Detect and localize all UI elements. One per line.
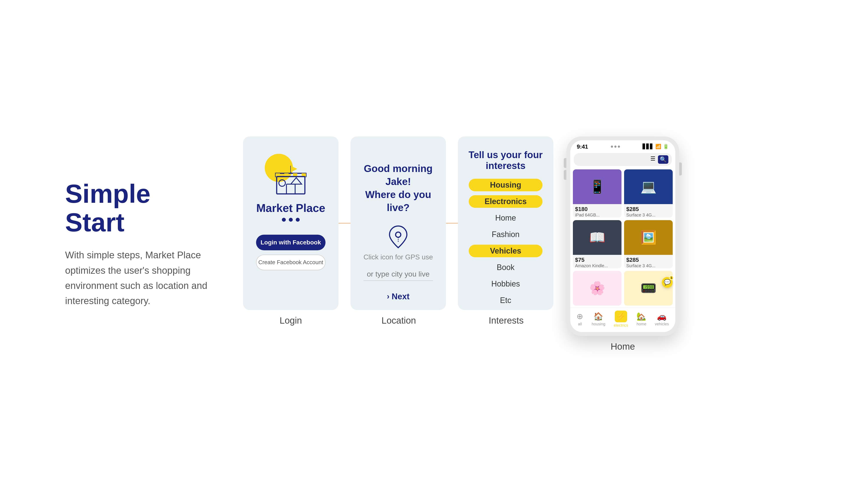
location-label: Location xyxy=(381,315,416,326)
main-title: Simple Start xyxy=(65,180,217,237)
svg-point-7 xyxy=(279,180,285,186)
status-icons: ▋▋▋ 📶 🔋 xyxy=(643,144,669,150)
arrow-1 xyxy=(339,136,351,310)
nav-home-label: home xyxy=(637,322,646,326)
gps-icon[interactable] xyxy=(388,225,409,249)
product-image-tablet2: 📟 xyxy=(624,271,673,305)
chat-bubble-button[interactable]: 💬 1 xyxy=(662,277,673,288)
nav-vehicles-label: vehicles xyxy=(655,322,669,326)
dot-2 xyxy=(289,218,293,222)
svg-rect-6 xyxy=(286,184,295,194)
status-bar: 9:41 ▋▋▋ 📶 🔋 xyxy=(570,140,675,152)
interests-list: HousingElectronicsHomeFashionVehiclesBoo… xyxy=(469,179,542,310)
products-grid: 📱 $180 iPad 64GB... 📍♡ xyxy=(570,168,675,307)
nav-housing-label: housing xyxy=(592,322,605,326)
chat-badge: 1 xyxy=(669,276,674,280)
login-panel: Market Place Login with Facebook Create … xyxy=(243,136,339,326)
electrics-icon: ⚡ xyxy=(615,311,627,322)
interest-item-vehicles[interactable]: Vehicles xyxy=(469,245,542,257)
notch-dots xyxy=(611,145,620,148)
interests-panel: Tell us your four interests HousingElect… xyxy=(459,136,553,326)
interest-item-hobbies[interactable]: Hobbies xyxy=(469,278,542,290)
product-card-surface[interactable]: 💻 $285 Surface 3 4G... ♥ xyxy=(624,169,673,218)
left-section: Simple Start With simple steps, Market P… xyxy=(65,180,217,308)
product-card-kindle[interactable]: 📖 $75 Amazon Kindle... 📍 ♡ xyxy=(573,220,621,268)
interest-item-etc[interactable]: Etc xyxy=(469,294,542,307)
city-input[interactable] xyxy=(364,268,433,281)
all-icon: ⊕ xyxy=(577,312,583,321)
arrow-2 xyxy=(446,136,459,310)
power-button[interactable] xyxy=(679,162,682,175)
nav-home[interactable]: 🏡 home xyxy=(637,312,646,326)
interests-label: Interests xyxy=(489,315,524,326)
interests-title: Tell us your four interests xyxy=(467,150,545,171)
nav-electrics-label: electrics xyxy=(614,323,628,328)
main-description: With simple steps, Market Place optimize… xyxy=(65,248,217,308)
product-image-surface: 💻 xyxy=(624,169,673,204)
product-info-surface: $285 Surface 3 4G... ♥ xyxy=(624,204,673,218)
login-screen: Market Place Login with Facebook Create … xyxy=(243,136,339,310)
product-card-ipad[interactable]: 📱 $180 iPad 64GB... 📍♡ xyxy=(573,169,621,218)
pagination-dots xyxy=(282,218,300,222)
housing-icon: 🏠 xyxy=(593,312,603,321)
phone-device: 9:41 ▋▋▋ 📶 🔋 xyxy=(566,136,679,336)
location-title: Good morning Jake! Where do you live? xyxy=(359,150,437,214)
gps-hint: Click icon for GPS use xyxy=(364,253,433,261)
interest-item-home[interactable]: Home xyxy=(469,212,542,224)
product-image-flowers: 🌸 xyxy=(573,271,621,305)
notch-dot-3 xyxy=(618,145,620,148)
notch-dot-1 xyxy=(611,145,613,148)
svg-point-11 xyxy=(396,232,401,237)
product-image-kindle: 📖 xyxy=(573,220,621,255)
product-image-surface2: 🖼️ xyxy=(624,220,673,255)
svg-marker-8 xyxy=(291,177,302,184)
login-label: Login xyxy=(280,315,302,326)
product-image-ipad: 📱 xyxy=(573,169,621,204)
interest-item-book[interactable]: Book xyxy=(469,261,542,274)
nav-all[interactable]: ⊕ all xyxy=(577,312,583,326)
nav-all-label: all xyxy=(578,322,582,326)
store-icon xyxy=(271,158,310,197)
home-icon: 🏡 xyxy=(637,312,646,321)
vehicles-icon: 🚗 xyxy=(657,312,666,321)
status-time: 9:41 xyxy=(577,143,588,150)
location-icon-area: Click icon for GPS use xyxy=(364,225,433,261)
phone-screen: 9:41 ▋▋▋ 📶 🔋 xyxy=(570,140,675,332)
interests-screen: Tell us your four interests HousingElect… xyxy=(458,136,553,310)
wifi-icon: 📶 xyxy=(655,144,661,150)
home-label: Home xyxy=(566,341,679,352)
svg-rect-5 xyxy=(277,176,305,194)
interest-item-housing[interactable]: Housing xyxy=(469,179,542,191)
volume-down-button[interactable] xyxy=(564,170,566,180)
nav-vehicles[interactable]: 🚗 vehicles xyxy=(655,312,669,326)
interest-item-fashion[interactable]: Fashion xyxy=(469,228,542,241)
signal-icon: ▋▋▋ xyxy=(643,144,654,150)
svg-marker-10 xyxy=(291,166,297,172)
login-facebook-button[interactable]: Login with Facebook xyxy=(256,235,326,250)
product-info-ipad: $180 iPad 64GB... 📍♡ xyxy=(573,204,621,218)
product-card-surface2[interactable]: 🖼️ $285 Surface 3 4G... ♥ xyxy=(624,220,673,268)
bottom-nav: ⊕ all 🏠 housing ⚡ electrics xyxy=(570,307,675,332)
menu-icon[interactable]: ☰ xyxy=(650,155,655,164)
location-panel: Good morning Jake! Where do you live? Cl… xyxy=(351,136,446,326)
volume-up-button[interactable] xyxy=(564,158,566,168)
search-icon[interactable]: 🔍 xyxy=(658,155,669,164)
dot-1 xyxy=(282,218,286,222)
create-facebook-button[interactable]: Create Facebook Account xyxy=(256,255,326,270)
search-bar[interactable]: ☰ 🔍 xyxy=(574,153,672,166)
battery-icon: 🔋 xyxy=(663,144,669,150)
product-card-flowers[interactable]: 🌸 xyxy=(573,271,621,305)
product-info-surface2: $285 Surface 3 4G... ♥ xyxy=(624,255,673,268)
location-screen: Good morning Jake! Where do you live? Cl… xyxy=(350,136,446,310)
home-phone-wrapper: 9:41 ▋▋▋ 📶 🔋 xyxy=(566,136,679,352)
nav-electrics[interactable]: ⚡ electrics xyxy=(614,311,628,328)
page-wrapper: Simple Start With simple steps, Market P… xyxy=(22,136,846,352)
app-name: Market Place xyxy=(256,201,325,215)
screens-row: Market Place Login with Facebook Create … xyxy=(243,136,679,352)
next-button[interactable]: › Next xyxy=(387,292,409,301)
search-icons: ☰ 🔍 xyxy=(650,155,669,164)
nav-housing[interactable]: 🏠 housing xyxy=(592,312,605,326)
product-info-kindle: $75 Amazon Kindle... 📍 ♡ xyxy=(573,255,621,268)
product-card-tablet2[interactable]: 📟 xyxy=(624,271,673,305)
interest-item-electronics[interactable]: Electronics xyxy=(469,195,542,208)
